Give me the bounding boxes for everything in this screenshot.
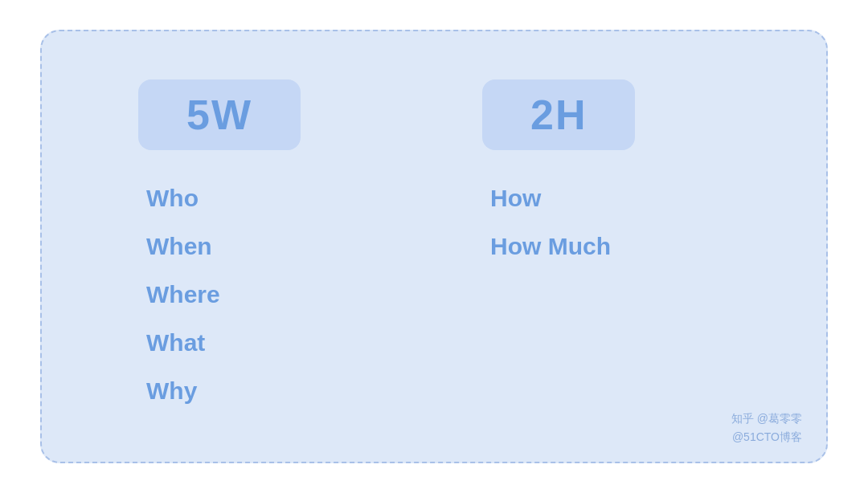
watermark-line1: 知乎 @葛零零 — [731, 409, 802, 427]
2h-item-how-much: How Much — [490, 227, 611, 266]
5w-item-when: When — [146, 227, 220, 266]
5w-item-what: What — [146, 324, 220, 362]
content-layout: 5W Who When Where What Why 2H How How Mu… — [42, 31, 826, 462]
watermark: 知乎 @葛零零 @51CTO博客 — [731, 409, 802, 446]
5w-items-list: Who When Where What Why — [138, 179, 220, 410]
5w-badge: 5W — [138, 79, 301, 150]
2h-items-list: How How Much — [482, 179, 611, 266]
main-card: 5W Who When Where What Why 2H How How Mu… — [40, 30, 828, 463]
5w-item-where: Where — [146, 275, 220, 314]
2h-badge-label: 2H — [530, 92, 587, 138]
watermark-line2: @51CTO博客 — [731, 428, 802, 446]
5w-badge-label: 5W — [186, 92, 252, 138]
2h-item-how: How — [490, 179, 611, 218]
2h-badge: 2H — [482, 79, 635, 150]
5w-item-who: Who — [146, 179, 220, 218]
5w-column: 5W Who When Where What Why — [106, 63, 418, 430]
2h-column: 2H How How Much — [418, 63, 762, 430]
5w-item-why: Why — [146, 372, 220, 410]
